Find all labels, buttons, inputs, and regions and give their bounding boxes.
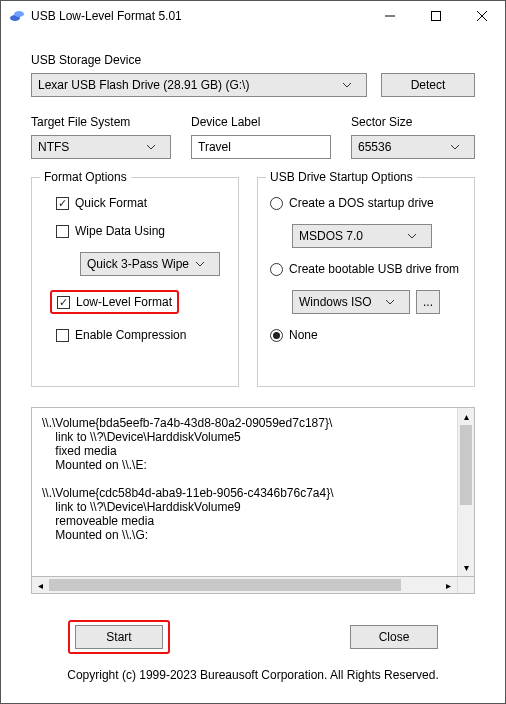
low-level-format-checkbox[interactable]: Low-Level Format <box>57 295 172 309</box>
app-icon <box>9 8 25 24</box>
start-button[interactable]: Start <box>75 625 163 649</box>
chevron-down-icon <box>385 299 403 305</box>
scroll-thumb[interactable] <box>49 579 401 591</box>
checkbox-icon <box>56 197 69 210</box>
dos-startup-radio[interactable]: Create a DOS startup drive <box>270 196 462 210</box>
chevron-down-icon <box>407 233 425 239</box>
bootable-source-select[interactable]: Windows ISO <box>292 290 410 314</box>
startup-options-group: USB Drive Startup Options Create a DOS s… <box>257 177 475 387</box>
device-label: USB Storage Device <box>31 53 475 67</box>
radio-icon <box>270 329 283 342</box>
bootable-usb-radio[interactable]: Create bootable USB drive from <box>270 262 462 276</box>
scroll-up-icon[interactable]: ▴ <box>458 408 474 425</box>
scroll-right-icon[interactable]: ▸ <box>440 577 457 593</box>
detect-button[interactable]: Detect <box>381 73 475 97</box>
quick-format-checkbox[interactable]: Quick Format <box>56 196 226 210</box>
maximize-button[interactable] <box>413 1 459 31</box>
window-title: USB Low-Level Format 5.01 <box>31 9 182 23</box>
none-radio[interactable]: None <box>270 328 462 342</box>
device-label-input[interactable]: Travel <box>191 135 331 159</box>
fs-select[interactable]: NTFS <box>31 135 171 159</box>
wipe-data-checkbox[interactable]: Wipe Data Using <box>56 224 226 238</box>
checkbox-icon <box>56 225 69 238</box>
chevron-down-icon <box>195 261 213 267</box>
sector-label: Sector Size <box>351 115 475 129</box>
enable-compression-checkbox[interactable]: Enable Compression <box>56 328 226 342</box>
titlebar: USB Low-Level Format 5.01 <box>1 1 505 31</box>
browse-button[interactable]: ... <box>416 290 440 314</box>
svg-point-1 <box>14 11 24 17</box>
log-text: \\.\Volume{bda5eefb-7a4b-43d8-80a2-09059… <box>32 408 457 576</box>
radio-icon <box>270 197 283 210</box>
close-window-button[interactable] <box>459 1 505 31</box>
close-button[interactable]: Close <box>350 625 438 649</box>
startup-options-legend: USB Drive Startup Options <box>266 170 417 184</box>
scroll-thumb[interactable] <box>460 425 472 505</box>
checkbox-icon <box>56 329 69 342</box>
chevron-down-icon <box>450 144 468 150</box>
wipe-method-select[interactable]: Quick 3-Pass Wipe <box>80 252 220 276</box>
chevron-down-icon <box>342 82 360 88</box>
format-options-group: Format Options Quick Format Wipe Data Us… <box>31 177 239 387</box>
horizontal-scrollbar[interactable]: ◂ ▸ <box>31 577 475 594</box>
minimize-button[interactable] <box>367 1 413 31</box>
log-output: \\.\Volume{bda5eefb-7a4b-43d8-80a2-09059… <box>31 407 475 577</box>
scroll-down-icon[interactable]: ▾ <box>458 559 474 576</box>
vertical-scrollbar[interactable]: ▴ ▾ <box>457 408 474 576</box>
format-options-legend: Format Options <box>40 170 131 184</box>
scroll-left-icon[interactable]: ◂ <box>32 577 49 593</box>
radio-icon <box>270 263 283 276</box>
copyright-text: Copyright (c) 1999-2023 Bureausoft Corpo… <box>31 668 475 682</box>
device-select[interactable]: Lexar USB Flash Drive (28.91 GB) (G:\) <box>31 73 367 97</box>
chevron-down-icon <box>146 144 164 150</box>
app-window: USB Low-Level Format 5.01 USB Storage De… <box>0 0 506 704</box>
dos-version-select[interactable]: MSDOS 7.0 <box>292 224 432 248</box>
checkbox-icon <box>57 296 70 309</box>
svg-rect-3 <box>432 12 441 21</box>
fs-label: Target File System <box>31 115 171 129</box>
device-label-label: Device Label <box>191 115 331 129</box>
sector-select[interactable]: 65536 <box>351 135 475 159</box>
scroll-corner <box>457 577 474 593</box>
